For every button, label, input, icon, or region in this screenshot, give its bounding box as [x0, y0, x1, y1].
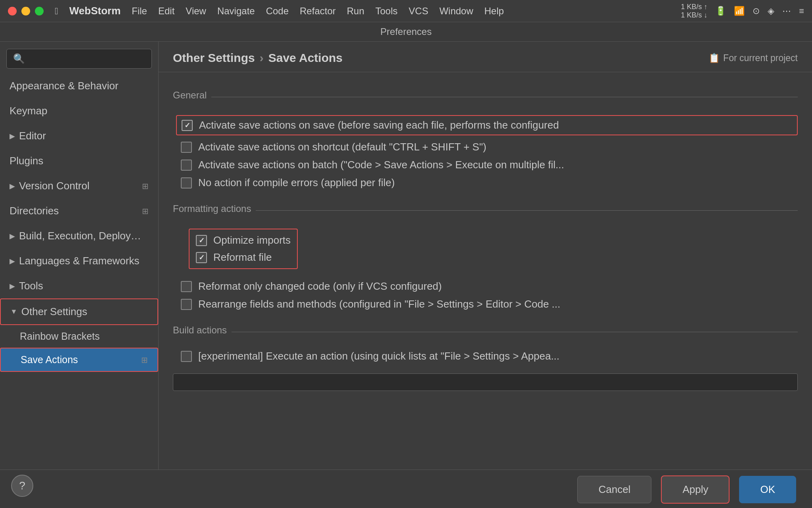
wifi-icon: 📶 — [734, 6, 745, 16]
build-checkbox-group: [experimental] Execute an action (using … — [173, 350, 798, 362]
sidebar-item-rainbow-brackets[interactable]: Rainbow Brackets — [0, 325, 158, 348]
menu-edit[interactable]: Edit — [158, 6, 174, 17]
build-section-header: Build actions — [173, 321, 798, 342]
menu-code[interactable]: Code — [266, 6, 289, 17]
breadcrumb-current: Save Actions — [268, 51, 343, 65]
apply-button[interactable]: Apply — [661, 475, 730, 504]
sidebar-item-label: Build, Execution, Deployme... — [19, 230, 149, 242]
sidebar-item-keymap[interactable]: Keymap — [0, 98, 158, 123]
expand-arrow-icon: ▶ — [10, 182, 15, 190]
checkbox-row-activate-on-save: Activate save actions on save (before sa… — [176, 115, 798, 135]
checkbox-row-activate-on-shortcut: Activate save actions on shortcut (defau… — [181, 141, 798, 153]
formatting-checked-group: Optimize imports Reformat file — [189, 229, 298, 269]
sidebar-item-save-actions[interactable]: Save Actions ⊞ — [0, 348, 158, 372]
divider-line — [256, 210, 798, 211]
copy-icon: ⊞ — [142, 181, 149, 191]
formatting-section-label: Formatting actions — [173, 203, 251, 214]
preferences-dialog: 🔍 Appearance & Behavior Keymap ▶ Editor … — [0, 42, 812, 470]
checkbox-label-rearrange-fields: Rearrange fields and methods (configured… — [198, 298, 560, 310]
help-button[interactable]: ? — [11, 475, 33, 497]
general-checkbox-group: Activate save actions on save (before sa… — [173, 115, 798, 189]
sidebar-item-plugins[interactable]: Plugins — [0, 148, 158, 173]
titlebar: Preferences — [0, 22, 812, 42]
checkbox-activate-on-batch[interactable] — [181, 160, 192, 171]
close-button[interactable] — [8, 7, 17, 15]
content-header: Other Settings › Save Actions 📋 For curr… — [159, 42, 812, 72]
sidebar-item-tools[interactable]: ▶ Tools — [0, 273, 158, 298]
apple-menu[interactable]:  — [55, 6, 58, 17]
action-input-field[interactable] — [173, 373, 798, 391]
checkbox-reformat-changed[interactable] — [181, 281, 192, 292]
checkbox-row-reformat-file: Reformat file — [196, 251, 291, 264]
divider-line — [211, 97, 798, 97]
sidebar-item-editor[interactable]: ▶ Editor — [0, 123, 158, 148]
checkbox-row-reformat-changed: Reformat only changed code (only if VCS … — [181, 280, 798, 292]
menu-vcs[interactable]: VCS — [409, 6, 428, 17]
sidebar-item-label: Appearance & Behavior — [10, 80, 119, 92]
for-current-project-label: For current project — [723, 53, 798, 64]
checkbox-reformat-file[interactable] — [196, 252, 207, 263]
checkbox-label-optimize-imports: Optimize imports — [213, 234, 291, 246]
cancel-button[interactable]: Cancel — [577, 476, 651, 503]
sidebar-item-label: Save Actions — [21, 354, 141, 366]
window-title: Preferences — [380, 26, 431, 37]
checkbox-label-execute-action: [experimental] Execute an action (using … — [198, 350, 559, 362]
checkbox-label-reformat-file: Reformat file — [213, 251, 272, 264]
for-current-project[interactable]: 📋 For current project — [709, 53, 798, 64]
sidebar-item-label: Keymap — [10, 105, 47, 117]
sidebar-item-appearance-behavior[interactable]: Appearance & Behavior — [0, 73, 158, 98]
bandwidth-indicator: 1 KB/s ↑1 KB/s ↓ — [681, 3, 707, 19]
breadcrumb-separator: › — [260, 51, 264, 65]
menu-file[interactable]: File — [132, 6, 147, 17]
checkbox-row-execute-action: [experimental] Execute an action (using … — [181, 350, 798, 362]
sidebar-item-other-settings[interactable]: ▼ Other Settings — [0, 298, 158, 325]
app-name[interactable]: WebStorm — [69, 5, 121, 17]
ok-button[interactable]: OK — [739, 476, 796, 503]
menu-navigate[interactable]: Navigate — [217, 6, 255, 17]
battery-icon: 🔋 — [715, 6, 726, 16]
menubar-right: 1 KB/s ↑1 KB/s ↓ 🔋 📶 ⊙ ◈ ⋯ ≡ — [681, 3, 804, 19]
checkbox-no-action-compile[interactable] — [181, 177, 192, 189]
menu-window[interactable]: Window — [439, 6, 473, 17]
checkbox-row-no-action-compile: No action if compile errors (applied per… — [181, 177, 798, 189]
content-panel: Other Settings › Save Actions 📋 For curr… — [159, 42, 812, 470]
search-box[interactable]: 🔍 — [6, 49, 152, 69]
checkbox-execute-action[interactable] — [181, 351, 192, 362]
sidebar-item-label: Directories — [10, 205, 59, 217]
minimize-button[interactable] — [21, 7, 30, 15]
search-icon: 🔍 — [13, 53, 25, 64]
menu-refactor[interactable]: Refactor — [300, 6, 336, 17]
maximize-button[interactable] — [35, 7, 44, 15]
sidebar: 🔍 Appearance & Behavior Keymap ▶ Editor … — [0, 42, 159, 470]
app-icon: ◈ — [768, 6, 774, 16]
expand-arrow-icon: ▶ — [10, 232, 15, 241]
menu-run[interactable]: Run — [347, 6, 364, 17]
copy-icon: ⊞ — [142, 206, 149, 216]
sidebar-item-version-control[interactable]: ▶ Version Control ⊞ — [0, 173, 158, 198]
sidebar-item-languages-frameworks[interactable]: ▶ Languages & Frameworks — [0, 248, 158, 273]
sidebar-item-label: Editor — [19, 130, 46, 142]
more-icon: ⋯ — [782, 6, 791, 16]
menu-tools[interactable]: Tools — [375, 6, 398, 17]
checkbox-optimize-imports[interactable] — [196, 235, 207, 246]
sidebar-item-directories[interactable]: Directories ⊞ — [0, 198, 158, 223]
list-icon: ≡ — [799, 6, 804, 16]
checkbox-row-rearrange-fields: Rearrange fields and methods (configured… — [181, 298, 798, 310]
sidebar-item-build-execution[interactable]: ▶ Build, Execution, Deployme... — [0, 223, 158, 248]
sidebar-item-label: Version Control — [19, 180, 90, 192]
traffic-lights — [8, 7, 44, 15]
sidebar-item-label: Plugins — [10, 155, 43, 167]
menu-help[interactable]: Help — [485, 6, 504, 17]
checkbox-label-activate-on-save: Activate save actions on save (before sa… — [199, 119, 559, 131]
checkbox-activate-on-save[interactable] — [182, 120, 193, 131]
expand-arrow-icon: ▶ — [10, 132, 15, 140]
checkbox-activate-on-shortcut[interactable] — [181, 142, 192, 153]
checkbox-label-no-action-compile: No action if compile errors (applied per… — [198, 177, 395, 189]
formatting-section-body: Optimize imports Reformat file Reformat … — [173, 229, 798, 310]
sidebar-item-label: Rainbow Brackets — [20, 331, 100, 342]
checkbox-label-reformat-changed: Reformat only changed code (only if VCS … — [198, 280, 442, 292]
divider-line — [232, 332, 798, 332]
checkbox-rearrange-fields[interactable] — [181, 299, 192, 310]
menu-view[interactable]: View — [186, 6, 206, 17]
sidebar-item-label: Languages & Frameworks — [19, 255, 139, 267]
